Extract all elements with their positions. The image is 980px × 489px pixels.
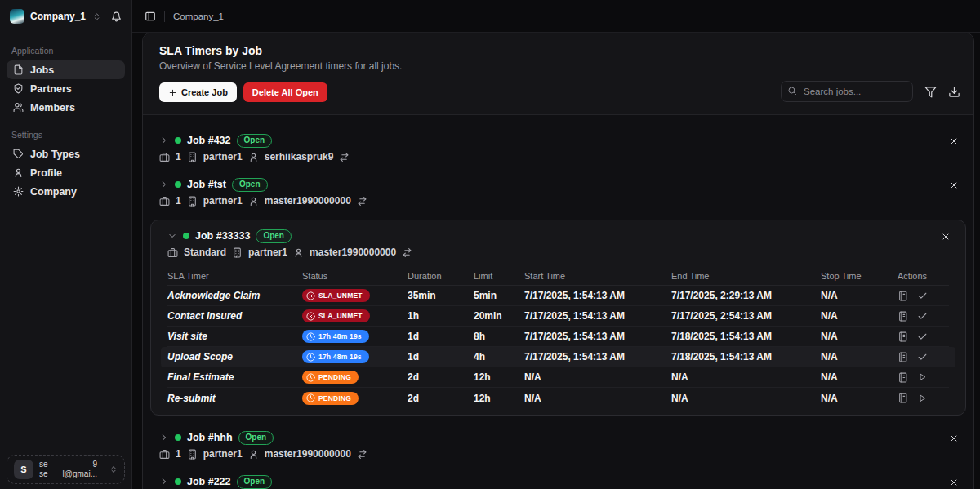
page-subtitle: Overview of Service Level Agreement time… — [159, 60, 957, 72]
sla-actions — [898, 311, 949, 322]
swap-icon[interactable] — [402, 247, 412, 258]
sla-end-time: N/A — [671, 371, 821, 383]
log-icon[interactable] — [898, 331, 908, 342]
sla-start-time: 7/17/2025, 1:54:13 AM — [524, 331, 671, 342]
sidebar-item-job-types[interactable]: Job Types — [7, 144, 125, 163]
sla-stop-time: N/A — [821, 310, 898, 322]
sla-timer-name: Contact Insured — [167, 310, 302, 322]
filter-icon[interactable] — [924, 86, 937, 98]
log-icon[interactable] — [898, 352, 908, 362]
create-job-button[interactable]: Create Job — [159, 82, 237, 102]
job-row: Job #hhh Open 1 partner1 master199000000… — [143, 424, 973, 468]
sla-duration: 1d — [408, 351, 474, 362]
sla-stop-time: N/A — [821, 290, 898, 301]
check-icon[interactable] — [917, 311, 928, 322]
file-icon — [13, 64, 24, 75]
jobs-list: Job #432 Open 1 partner1 serhiikaspruk9 … — [143, 115, 973, 489]
chevron-right-icon[interactable] — [159, 180, 169, 189]
job-title[interactable]: Job #432 — [187, 135, 231, 146]
log-icon[interactable] — [898, 311, 908, 322]
log-icon[interactable] — [898, 291, 908, 301]
panel-header: SLA Timers by Job Overview of Service Le… — [143, 33, 973, 115]
download-icon[interactable] — [948, 86, 960, 98]
chevrons-up-down-icon — [109, 465, 118, 473]
chevron-down-icon[interactable] — [167, 231, 177, 241]
shield-icon — [13, 83, 24, 94]
sla-table-body: Acknowledge Claim SLA_UNMET 35min 5min 7… — [167, 286, 949, 408]
clock-icon — [306, 353, 315, 362]
close-job-button[interactable] — [941, 232, 951, 242]
breadcrumb[interactable]: Company_1 — [173, 11, 224, 21]
sidebar-item-label: Company — [30, 186, 77, 198]
job-type: 1 — [176, 448, 181, 460]
status-badge-label: PENDING — [318, 394, 351, 402]
clock-icon — [306, 373, 315, 382]
check-icon[interactable] — [917, 352, 928, 362]
sla-actions — [898, 393, 949, 403]
user-menu[interactable]: S se9 sel@gmai... — [7, 455, 125, 484]
job-open-badge: Open — [237, 475, 273, 489]
user-icon — [248, 449, 259, 460]
chevron-right-icon[interactable] — [159, 477, 169, 487]
job-partner: partner1 — [248, 247, 287, 258]
sidebar-toggle-icon[interactable] — [145, 11, 156, 22]
briefcase-icon — [159, 449, 170, 460]
play-icon[interactable] — [917, 372, 927, 382]
check-icon[interactable] — [917, 291, 928, 301]
swap-icon[interactable] — [357, 196, 368, 207]
sla-timer-row: Upload Scope 17h 48m 19s 1d 4h 7/17/2025… — [161, 347, 956, 367]
job-title[interactable]: Job #tst — [187, 179, 226, 190]
bell-icon[interactable] — [111, 11, 122, 22]
job-partner: partner1 — [203, 448, 243, 460]
sla-limit: 4h — [474, 351, 524, 362]
search-box — [781, 81, 913, 102]
close-job-button[interactable] — [949, 136, 959, 146]
briefcase-icon — [159, 152, 170, 162]
sla-column-header: Actions — [898, 271, 949, 281]
sidebar-item-partners[interactable]: Partners — [7, 79, 125, 98]
workspace-switcher[interactable]: Company_1 — [0, 0, 131, 33]
users-icon — [13, 102, 24, 113]
tags-icon — [13, 149, 24, 159]
delete-all-open-button[interactable]: Delete All Open — [243, 82, 327, 102]
building-icon — [187, 449, 198, 460]
job-title[interactable]: Job #hhh — [187, 432, 233, 443]
log-icon[interactable] — [898, 372, 908, 383]
status-badge-label: 17h 48m 19s — [318, 332, 362, 340]
user-icon — [248, 152, 259, 162]
sla-limit: 12h — [474, 371, 524, 383]
sla-timer-name: Upload Scope — [167, 351, 302, 362]
chevrons-up-down-icon — [92, 12, 101, 21]
search-input[interactable] — [781, 81, 913, 102]
sla-timer-row: Contact Insured SLA_UNMET 1h 20min 7/17/… — [167, 306, 949, 327]
sidebar-item-company[interactable]: Company — [7, 182, 125, 201]
sla-end-time: 7/17/2025, 2:54:13 AM — [671, 310, 821, 322]
close-job-button[interactable] — [949, 478, 959, 487]
sla-start-time: 7/17/2025, 1:54:13 AM — [524, 290, 671, 301]
check-icon[interactable] — [917, 331, 928, 342]
sidebar-item-label: Partners — [30, 83, 72, 95]
sla-start-time: 7/17/2025, 1:54:13 AM — [524, 351, 671, 362]
sidebar-item-members[interactable]: Members — [7, 98, 125, 117]
sidebar-item-jobs[interactable]: Jobs — [7, 60, 125, 79]
swap-icon[interactable] — [357, 449, 368, 460]
plus-icon — [168, 88, 177, 97]
page-title: SLA Timers by Job — [159, 44, 957, 57]
sla-table: SLA TimerStatusDurationLimitStart TimeEn… — [167, 266, 949, 408]
job-title[interactable]: Job #222 — [187, 476, 231, 487]
chevron-right-icon[interactable] — [159, 136, 169, 145]
job-open-badge: Open — [237, 134, 273, 148]
sla-limit: 20min — [474, 310, 524, 322]
close-job-button[interactable] — [949, 433, 959, 443]
job-title[interactable]: Job #33333 — [195, 230, 250, 242]
swap-icon[interactable] — [339, 152, 350, 162]
chevron-right-icon[interactable] — [159, 433, 169, 442]
play-icon[interactable] — [917, 393, 927, 403]
job-open-badge: Open — [232, 178, 268, 192]
status-badge: 17h 48m 19s — [302, 330, 369, 343]
sidebar-item-profile[interactable]: Profile — [7, 163, 125, 182]
log-icon[interactable] — [898, 393, 908, 403]
close-job-button[interactable] — [949, 180, 959, 190]
sidebar: Company_1 Application Jobs Partners Memb… — [0, 0, 132, 489]
clock-icon — [306, 393, 315, 402]
